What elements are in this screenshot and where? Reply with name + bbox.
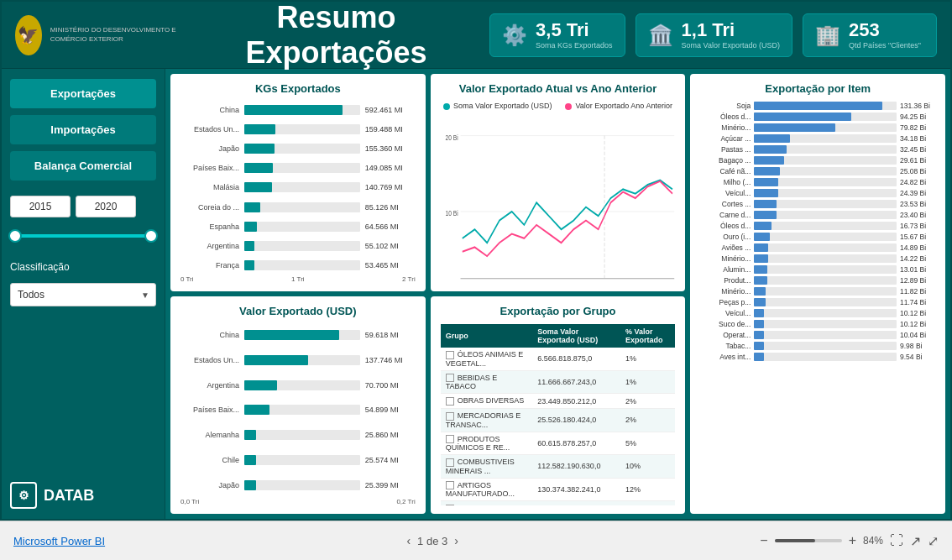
list-item: Cortes ... 23.53 Bi <box>700 200 935 208</box>
stat-usd-label: Soma Valor Exportado (USD) <box>682 41 780 50</box>
header-stats: ⚙️ 3,5 Tri Soma KGs Exportados 🏛️ 1,1 Tr… <box>489 13 937 57</box>
year-end-input[interactable] <box>76 196 136 217</box>
list-item: Veícul... 10.12 Bi <box>700 309 935 317</box>
powerbi-link[interactable]: Microsoft Power BI <box>13 535 105 547</box>
col-grupo: Grupo <box>441 324 533 348</box>
page-info: 1 de 3 <box>417 535 447 547</box>
table-row: MERCADORIAS E TRANSAC... 25.526.180.424,… <box>441 408 676 432</box>
classificacao-label: Classificação <box>10 261 156 273</box>
slider-fill <box>10 234 156 238</box>
year-slider[interactable] <box>10 228 156 244</box>
stat-kg-value: 3,5 Tri <box>536 21 613 39</box>
export-item-list: Soja 131.36 Bi Óleos d... 94.25 Bi Minér… <box>700 102 935 505</box>
fullscreen-icon[interactable]: ⛶ <box>890 533 903 548</box>
table-row: BEBIDAS E TABACO 11.666.667.243,0 1% <box>441 370 676 394</box>
list-item: Açúcar ... 34.18 Bi <box>700 134 935 143</box>
valor-bar-chart: China 59.618 MI Estados Un... 137.746 MI… <box>180 324 416 496</box>
panel-valor-chart-title: Valor Exportado Atual vs Ano Anterior <box>441 82 676 95</box>
slider-thumb-left[interactable] <box>8 229 22 243</box>
zoom-slider-fill <box>775 539 815 542</box>
kg-bar-chart: China 592.461 MI Estados Un... 159.488 M… <box>180 102 416 274</box>
list-item: Óleos d... 94.25 Bi <box>700 113 935 121</box>
sidebar-btn-importacoes[interactable]: Importações <box>10 115 156 144</box>
chart-legend: Soma Valor Exportado (USD) Valor Exporta… <box>441 102 676 110</box>
body: Exportações Importações Balança Comercia… <box>2 69 950 519</box>
page-prev-btn[interactable]: ‹ <box>406 534 411 547</box>
table-row: Argentina 70.700 MI <box>180 380 416 390</box>
table-row: Malásia 140.769 MI <box>180 182 416 192</box>
list-item: Pastas ... 32.45 Bi <box>700 145 935 154</box>
col-valor: Soma Valor Exportado (USD) <box>532 324 620 348</box>
zoom-in-btn[interactable]: + <box>849 533 856 548</box>
table-row: Chile 25.574 MI <box>180 455 416 465</box>
datab-icon: ⚙ <box>10 482 37 509</box>
classificacao-select-wrapper: Todos ▼ <box>10 283 156 306</box>
table-row: COMBUSTIVEIS MINERAIS ... 112.582.190.63… <box>441 455 676 479</box>
countries-icon: 🏢 <box>815 24 840 47</box>
list-item: Minério... 11.82 Bi <box>700 287 935 296</box>
page-title: Resumo Exportações <box>183 0 489 71</box>
list-item: Milho (... 24.82 Bi <box>700 178 935 186</box>
table-row: Países Baix... 149.085 MI <box>180 163 416 173</box>
stat-usd-value: 1,1 Tri <box>682 21 780 39</box>
page-next-btn[interactable]: › <box>454 534 458 547</box>
list-item: Ouro (i... 15.67 Bi <box>700 233 935 241</box>
table-row: MAQUINAS E EQUIPMENT... 180.844.640.159,… <box>441 501 676 505</box>
zoom-percentage: 84% <box>863 535 883 547</box>
line-chart-area: 20 Bi 10 Bi 2015 2016 <box>441 113 676 283</box>
list-item: Alumin... 13.01 Bi <box>700 265 935 274</box>
kg-icon: ⚙️ <box>502 24 527 47</box>
list-item: Veícul... 24.39 Bi <box>700 189 935 197</box>
legend-dot-current <box>443 103 450 110</box>
slider-thumb-right[interactable] <box>144 229 158 243</box>
list-item: Aves int... 9.54 Bi <box>700 353 935 361</box>
zoom-slider[interactable] <box>775 539 842 542</box>
table-row: Estados Un... 137.746 MI <box>180 355 416 365</box>
table-row: Argentina 55.102 MI <box>180 241 416 251</box>
line-chart-svg: 20 Bi 10 Bi 2015 2016 <box>441 113 676 283</box>
zoom-controls: − + 84% ⛶ ↗ ⤢ <box>760 533 939 549</box>
table-row: França 53.465 MI <box>180 260 416 270</box>
logo-area: 🦅 MINISTÉRIO DO DESENVOLVIMENTO E COMÉRC… <box>15 15 183 55</box>
expand-icon[interactable]: ⤢ <box>928 533 939 549</box>
list-item: Aviões ... 14.89 Bi <box>700 243 935 252</box>
year-start-input[interactable] <box>10 196 71 217</box>
logo-emblem: 🦅 <box>15 15 42 55</box>
classificacao-select[interactable]: Todos <box>10 283 156 306</box>
list-item: Café nã... 25.08 Bi <box>700 167 935 175</box>
panel-item: Exportação por Item Soja 131.36 Bi Óleos… <box>690 74 945 514</box>
table-row: Espanha 64.566 MI <box>180 222 416 232</box>
list-item: Óleos d... 16.73 Bi <box>700 222 935 230</box>
table-row: Japão 155.360 MI <box>180 144 416 154</box>
panel-kg-title: KGs Exportados <box>180 82 416 95</box>
datab-label: DATAB <box>44 487 94 505</box>
table-row: Alemanha 25.860 MI <box>180 430 416 440</box>
share-icon[interactable]: ↗ <box>910 533 921 549</box>
table-row: OBRAS DIVERSAS 23.449.850.212,0 2% <box>441 394 676 409</box>
table-row: Estados Un... 159.488 MI <box>180 124 416 134</box>
logo-text: MINISTÉRIO DO DESENVOLVIMENTO E COMÉRCIO… <box>50 26 183 44</box>
sidebar-btn-exportacoes[interactable]: Exportações <box>10 79 156 108</box>
list-item: Bagaço ... 29.61 Bi <box>700 156 935 165</box>
sidebar: Exportações Importações Balança Comercia… <box>2 69 165 519</box>
bottom-bar: Microsoft Power BI ‹ 1 de 3 › − + 84% ⛶ … <box>0 521 952 560</box>
main-container: 🦅 MINISTÉRIO DO DESENVOLVIMENTO E COMÉRC… <box>0 0 952 521</box>
list-item: Suco de... 10.12 Bi <box>700 320 935 328</box>
content-grid: KGs Exportados China 592.461 MI Estados … <box>165 69 950 519</box>
table-row: Países Baix... 54.899 MI <box>180 405 416 415</box>
panel-valor-usd: Valor Exportado (USD) China 59.618 MI Es… <box>170 296 426 514</box>
list-item: Tabac... 9.98 Bi <box>700 342 935 350</box>
list-item: Operat... 10.04 Bi <box>700 331 935 339</box>
stat-countries-label: Qtd Países "Clientes" <box>849 41 921 50</box>
panel-grupo: Exportação por Grupo Grupo Soma Valor Ex… <box>431 296 686 514</box>
table-row: Japão 25.399 MI <box>180 480 416 490</box>
list-item: Produt... 12.89 Bi <box>700 276 935 285</box>
stat-kg: ⚙️ 3,5 Tri Soma KGs Exportados <box>489 13 625 57</box>
zoom-out-btn[interactable]: − <box>760 533 767 548</box>
header: 🦅 MINISTÉRIO DO DESENVOLVIMENTO E COMÉRC… <box>2 2 950 69</box>
stat-kg-label: Soma KGs Exportados <box>536 41 613 50</box>
table-row: PRODUTOS QUÍMICOS E RE... 60.615.878.257… <box>441 432 676 455</box>
panel-valor-usd-title: Valor Exportado (USD) <box>180 305 416 317</box>
sidebar-btn-balanca[interactable]: Balança Comercial <box>10 151 156 181</box>
usd-icon: 🏛️ <box>648 24 673 47</box>
